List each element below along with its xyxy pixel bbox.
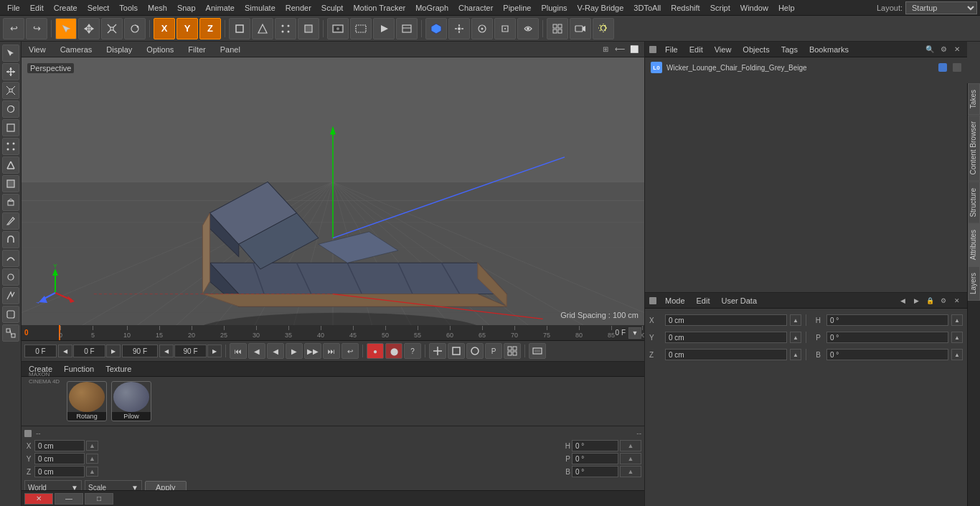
- tool-smooth[interactable]: [2, 250, 19, 267]
- light-btn[interactable]: [593, 18, 614, 39]
- start-frame-up[interactable]: ▶: [106, 345, 121, 357]
- om-menu-tags[interactable]: Tags: [778, 44, 801, 55]
- play-reverse-button[interactable]: ▶: [267, 343, 284, 359]
- y-coord-input[interactable]: [34, 453, 85, 464]
- attr-p-arrow[interactable]: ▲: [951, 332, 963, 343]
- rotate-button[interactable]: [124, 18, 146, 39]
- move-key-button[interactable]: [429, 343, 446, 359]
- attr-lock-icon[interactable]: 🔒: [924, 295, 936, 306]
- om-menu-file[interactable]: File: [662, 44, 681, 55]
- tool-rotate[interactable]: [2, 100, 19, 118]
- render-region-button[interactable]: [350, 18, 372, 39]
- redo-button[interactable]: ↪: [26, 18, 47, 39]
- x-coord-input[interactable]: [34, 440, 85, 451]
- attr-settings-icon[interactable]: ⚙: [938, 295, 949, 306]
- attr-y-pos[interactable]: [665, 332, 787, 343]
- menu-character[interactable]: Character: [454, 2, 497, 14]
- om-visible-dot[interactable]: [953, 63, 961, 72]
- menu-vray[interactable]: V-Ray Bridge: [573, 2, 628, 14]
- menu-window[interactable]: Window: [736, 2, 773, 14]
- menu-create[interactable]: Create: [50, 2, 82, 14]
- tool-polygons[interactable]: [2, 175, 19, 192]
- om-menu-view[interactable]: View: [712, 44, 735, 55]
- tool-magnet[interactable]: [2, 231, 19, 248]
- tab-content-browser[interactable]: Content Browser: [968, 115, 980, 181]
- vp-icon-settings[interactable]: ⬜: [628, 44, 640, 55]
- y-coord-arrow-up[interactable]: ▲: [86, 454, 98, 464]
- attr-h-arrow[interactable]: ▲: [951, 314, 963, 326]
- select-live-button[interactable]: [55, 18, 77, 39]
- om-menu-objects[interactable]: Objects: [740, 44, 772, 55]
- record-button[interactable]: ●: [367, 343, 384, 359]
- close-button[interactable]: ✕: [24, 493, 53, 505]
- loop-button[interactable]: ↩: [341, 343, 359, 359]
- next-frame-button[interactable]: ▶▶: [304, 343, 321, 359]
- attr-menu-userdata[interactable]: User Data: [719, 295, 760, 306]
- render-settings-button[interactable]: [396, 18, 418, 39]
- attr-h-rot[interactable]: [826, 314, 948, 326]
- move-button[interactable]: [78, 18, 100, 39]
- attr-b-rot[interactable]: [826, 349, 948, 360]
- timeline-ruler[interactable]: 0 0 5 10 15 20 25 30 35 40 45 50 55 60 6…: [22, 325, 644, 341]
- z-coord-arrow-up[interactable]: ▲: [86, 467, 98, 477]
- tool-object[interactable]: [2, 119, 19, 136]
- help-button[interactable]: ?: [404, 343, 421, 359]
- attr-forward-icon[interactable]: ▶: [910, 295, 922, 306]
- b-coord-input[interactable]: [572, 466, 618, 477]
- menu-pipeline[interactable]: Pipeline: [499, 2, 535, 14]
- current-frame-input[interactable]: [73, 345, 105, 357]
- attr-y-arrow[interactable]: ▲: [790, 332, 801, 343]
- tab-takes[interactable]: Takes: [968, 83, 980, 115]
- go-end-button[interactable]: ⏭: [323, 343, 340, 359]
- axis-z-button[interactable]: Z: [199, 18, 221, 39]
- attr-menu-edit[interactable]: Edit: [694, 295, 713, 306]
- start-frame-input[interactable]: [24, 345, 57, 357]
- vp-menu-filter[interactable]: Filter: [185, 44, 208, 55]
- minimize-button[interactable]: —: [55, 493, 83, 505]
- menu-script[interactable]: Script: [706, 2, 735, 14]
- attr-menu-mode[interactable]: Mode: [662, 295, 688, 306]
- frame-settings-btn[interactable]: ▼: [628, 327, 641, 339]
- scale-tool-2[interactable]: [494, 18, 516, 39]
- scale-key-button[interactable]: [448, 343, 465, 359]
- menu-mograph[interactable]: MoGraph: [411, 2, 453, 14]
- point-mode-button[interactable]: [275, 18, 296, 39]
- menu-edit[interactable]: Edit: [26, 2, 48, 14]
- axis-y-button[interactable]: Y: [176, 18, 198, 39]
- om-close-icon[interactable]: ✕: [951, 44, 963, 55]
- tool-uv[interactable]: [2, 287, 19, 304]
- om-search-icon[interactable]: 🔍: [924, 44, 936, 55]
- go-start-button[interactable]: ⏮: [230, 343, 247, 359]
- attr-close-icon[interactable]: ✕: [951, 295, 963, 306]
- menu-motion-tracker[interactable]: Motion Tracker: [349, 2, 410, 14]
- om-menu-bookmarks[interactable]: Bookmarks: [806, 44, 852, 55]
- menu-help[interactable]: Help: [774, 2, 799, 14]
- attr-back-icon[interactable]: ◀: [897, 295, 908, 306]
- tool-edges[interactable]: [2, 156, 19, 174]
- scale-button[interactable]: [101, 18, 123, 39]
- tool-knife[interactable]: [2, 212, 19, 230]
- h-coord-input[interactable]: [572, 440, 618, 451]
- 3d-viewport[interactable]: Perspective Grid Spacing : 100 cm Y X Z: [22, 57, 644, 325]
- attr-z-arrow[interactable]: ▲: [790, 349, 801, 360]
- tool-select[interactable]: [2, 44, 19, 62]
- menu-plugins[interactable]: Plugins: [537, 2, 571, 14]
- attr-p-rot[interactable]: [826, 332, 948, 343]
- undo-button[interactable]: ↩: [3, 18, 24, 39]
- attr-x-arrow[interactable]: ▲: [790, 314, 801, 326]
- menu-simulate[interactable]: Simulate: [240, 2, 280, 14]
- cube-front[interactable]: [425, 18, 447, 39]
- render-preview-button[interactable]: [373, 18, 395, 39]
- motion-clip-button[interactable]: [529, 343, 546, 359]
- material-pilow[interactable]: Pilow: [111, 381, 151, 421]
- tool-paint[interactable]: [2, 268, 19, 286]
- maximize-button[interactable]: □: [85, 493, 113, 505]
- end-frame-down[interactable]: ◀: [159, 345, 174, 357]
- menu-redshift[interactable]: Redshift: [666, 2, 704, 14]
- snap-tool[interactable]: [517, 18, 539, 39]
- menu-file[interactable]: File: [3, 2, 24, 14]
- attr-b-arrow[interactable]: ▲: [951, 349, 963, 360]
- tool-bridge[interactable]: [2, 324, 19, 342]
- vp-icon-lock[interactable]: ⟵: [614, 44, 626, 55]
- param-key-button[interactable]: P: [485, 343, 502, 359]
